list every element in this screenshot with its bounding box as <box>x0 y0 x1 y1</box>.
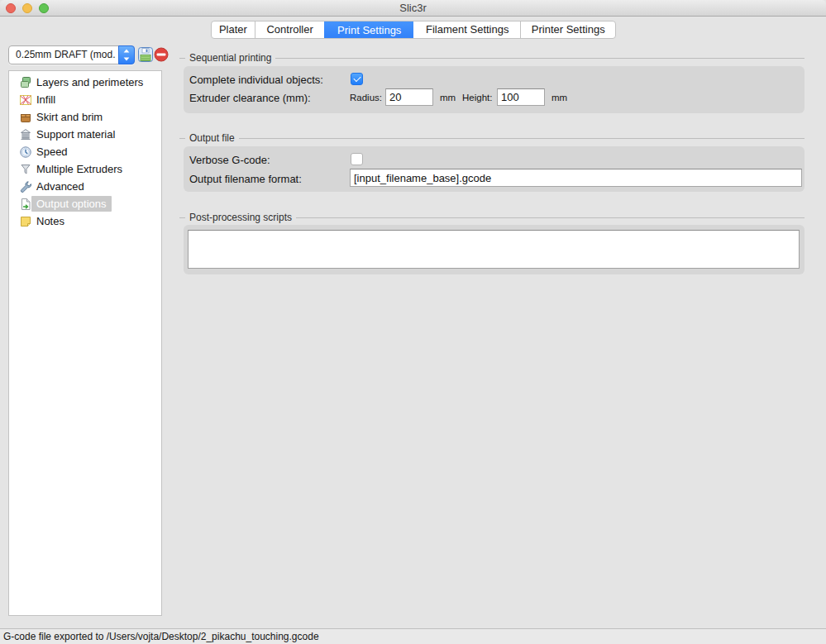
note-icon <box>19 215 32 228</box>
wrench-icon <box>19 180 32 193</box>
titlebar: Slic3r <box>0 0 826 17</box>
tree-item-label: Speed <box>36 145 68 158</box>
building-icon <box>19 128 32 141</box>
tree-item-support-material[interactable]: Support material <box>9 126 161 143</box>
delete-icon <box>154 47 169 62</box>
statusbar: G-code file exported to /Users/vojta/Des… <box>0 628 826 644</box>
infill-icon <box>19 93 32 107</box>
tab-printer-settings[interactable]: Printer Settings <box>520 21 615 38</box>
tree-item-infill[interactable]: Infill <box>9 91 161 108</box>
verbose-gcode-label: Verbose G-code: <box>189 154 270 166</box>
tree-item-layers-and-perimeters[interactable]: Layers and perimeters <box>9 74 161 91</box>
tree-item-label: Notes <box>36 215 64 227</box>
page-go-icon <box>19 198 32 211</box>
tree-item-output-options[interactable]: Output options <box>9 195 161 212</box>
tree-item-label: Skirt and brim <box>36 111 103 123</box>
settings-tree: Layers and perimeters Infill Skirt and b… <box>8 70 162 616</box>
tree-item-notes[interactable]: Notes <box>9 212 161 230</box>
clock-icon <box>19 145 32 159</box>
tab-filament-settings[interactable]: Filament Settings <box>413 21 520 38</box>
output-filename-format-label: Output filename format: <box>189 173 302 185</box>
delete-preset-button[interactable] <box>154 47 169 62</box>
tab-print-settings[interactable]: Print Settings <box>324 21 413 39</box>
funnel-icon <box>19 163 32 176</box>
tree-item-label: Output options <box>31 196 112 212</box>
layers-icon <box>19 76 32 89</box>
chevron-up-down-icon <box>119 46 134 64</box>
box-icon <box>19 111 32 124</box>
preset-select[interactable]: 0.25mm DRAFT (mod... <box>8 45 135 64</box>
combo-stepper-icon[interactable] <box>118 45 135 64</box>
section-title-output-file: Output file <box>185 132 239 144</box>
tree-item-label: Multiple Extruders <box>36 163 122 175</box>
tree-item-advanced[interactable]: Advanced <box>9 178 161 195</box>
section-divider <box>179 138 805 139</box>
status-text: G-code file exported to /Users/vojta/Des… <box>3 629 319 644</box>
tree-item-label: Advanced <box>36 180 84 193</box>
preset-select-value: 0.25mm DRAFT (mod... <box>16 46 116 64</box>
height-input[interactable] <box>497 88 545 106</box>
slic3r-window: Slic3r Plater Controller Print Settings … <box>0 0 826 644</box>
complete-individual-objects-checkbox[interactable] <box>351 73 363 85</box>
section-title-sequential-printing: Sequential printing <box>185 52 275 64</box>
extruder-clearance-label: Extruder clearance (mm): <box>189 92 311 104</box>
output-filename-format-input[interactable] <box>350 169 802 187</box>
tree-item-skirt-and-brim[interactable]: Skirt and brim <box>9 108 161 126</box>
complete-individual-objects-label: Complete individual objects: <box>189 74 323 86</box>
close-window-button[interactable] <box>6 3 16 13</box>
save-icon <box>137 46 154 63</box>
height-label: Height: <box>462 93 492 103</box>
tree-item-speed[interactable]: Speed <box>9 143 161 160</box>
window-title: Slic3r <box>0 0 826 17</box>
tree-item-multiple-extruders[interactable]: Multiple Extruders <box>9 160 161 178</box>
settings-tabbar: Plater Controller Print Settings Filamen… <box>211 21 616 39</box>
section-title-post-processing: Post-processing scripts <box>185 212 296 223</box>
post-processing-scripts-textarea[interactable] <box>188 230 800 269</box>
tab-plater[interactable]: Plater <box>212 21 255 38</box>
radius-input[interactable] <box>385 88 433 106</box>
radius-label: Radius: <box>350 93 382 103</box>
minimize-window-button[interactable] <box>22 3 32 13</box>
tree-item-label: Support material <box>36 128 115 141</box>
tab-controller[interactable]: Controller <box>255 21 325 38</box>
radius-unit: mm <box>440 93 456 103</box>
save-preset-button[interactable] <box>137 46 154 63</box>
zoom-window-button[interactable] <box>39 3 49 13</box>
tree-item-label: Layers and perimeters <box>36 76 143 88</box>
tree-item-label: Infill <box>36 93 55 106</box>
verbose-gcode-checkbox[interactable] <box>351 153 363 165</box>
height-unit: mm <box>551 93 567 103</box>
